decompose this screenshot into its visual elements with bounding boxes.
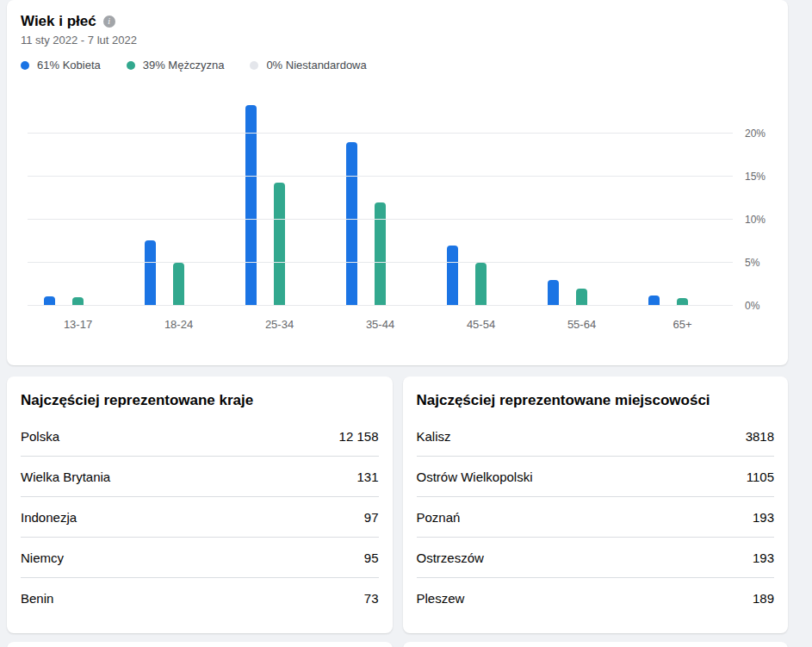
partial-card-left [7,642,393,647]
x-axis-labels: 13-1718-2425-3435-4445-5455-6465+ [28,318,733,331]
city-value: 3818 [746,429,774,444]
bar-kobieta-35-44[interactable] [346,142,357,306]
x-tick-25-34: 25-34 [229,318,330,331]
age-gender-card: Wiek i płeć i 11 sty 2022 - 7 lut 2022 6… [7,0,788,365]
bar-group-45-54 [431,90,531,306]
table-row: Wielka Brytania 131 [21,457,379,497]
next-cards-row [7,642,788,647]
country-label: Wielka Brytania [21,470,110,484]
bar-group-65+ [632,90,733,306]
age-gender-chart: 0%5%10%15%20% [28,90,733,306]
bar-kobieta-18-24[interactable] [145,240,156,306]
table-row: Polska 12 158 [21,416,379,457]
country-value: 97 [364,510,379,525]
country-value: 12 158 [339,429,379,444]
country-value: 73 [364,591,379,606]
gridline-10% [28,219,733,220]
table-row: Poznań 193 [417,497,775,538]
bar-mezczyzna-45-54[interactable] [475,263,487,306]
country-label: Benin [21,591,53,606]
chart-legend: 61% Kobieta 39% Mężczyzna 0% Niestandard… [21,59,774,72]
bar-group-35-44 [330,90,431,306]
x-tick-18-24: 18-24 [128,318,229,331]
bar-mezczyzna-35-44[interactable] [375,202,386,306]
gridline-20% [28,133,733,134]
table-row: Benin 73 [21,578,379,618]
country-label: Indonezja [21,510,77,525]
table-row: Pleszew 189 [417,578,775,618]
table-row: Ostrzeszów 193 [417,538,775,578]
bar-group-18-24 [128,90,229,306]
bar-mezczyzna-55-64[interactable] [576,289,587,306]
age-gender-plot [28,90,733,306]
city-label: Pleszew [417,591,465,606]
table-row: Indonezja 97 [21,497,379,538]
x-tick-65+: 65+ [632,318,733,331]
bar-mezczyzna-25-34[interactable] [274,183,285,306]
countries-card: Najczęściej reprezentowane kraje Polska … [7,376,393,633]
gridline-15% [28,176,733,177]
info-icon[interactable]: i [103,16,115,28]
city-label: Ostrzeszów [417,551,484,565]
bar-kobieta-55-64[interactable] [548,280,559,306]
y-tick-0%: 0% [745,300,759,312]
city-label: Poznań [417,510,461,525]
bar-kobieta-25-34[interactable] [245,105,257,306]
legend-item-mezczyzna: 39% Mężczyzna [127,59,225,72]
table-row: Niemcy 95 [21,538,379,578]
age-gender-title: Wiek i płeć [21,12,96,30]
city-value: 1105 [747,470,774,484]
bar-mezczyzna-18-24[interactable] [173,263,184,306]
x-tick-35-44: 35-44 [330,318,431,331]
legend-label-mezczyzna: 39% Mężczyzna [143,59,225,72]
countries-title: Najczęściej reprezentowane kraje [21,390,379,411]
y-tick-5%: 5% [745,257,759,269]
legend-item-niestandardowa: 0% Niestandardowa [250,59,366,72]
city-label: Kalisz [417,429,451,444]
partial-card-right [403,642,789,647]
cities-card: Najczęściej reprezentowane miejscowości … [403,376,789,633]
audience-insights-page: Wiek i płeć i 11 sty 2022 - 7 lut 2022 6… [0,0,812,647]
bar-group-55-64 [531,90,632,306]
x-tick-13-17: 13-17 [28,318,128,331]
age-gender-card-header: Wiek i płeć i [21,12,774,30]
country-label: Polska [21,429,59,444]
legend-item-kobieta: 61% Kobieta [21,59,101,72]
legend-label-kobieta: 61% Kobieta [37,59,101,72]
cities-title: Najczęściej reprezentowane miejscowości [417,390,775,411]
legend-label-niestandardowa: 0% Niestandardowa [266,59,366,72]
table-row: Ostrów Wielkopolski 1105 [417,457,775,497]
y-tick-10%: 10% [745,214,766,226]
x-tick-55-64: 55-64 [531,318,632,331]
city-value: 193 [753,551,774,565]
city-value: 189 [753,591,774,606]
bar-kobieta-45-54[interactable] [447,246,458,306]
country-value: 131 [356,470,378,484]
city-value: 193 [753,510,774,525]
country-label: Niemcy [21,551,64,565]
mezczyzna-dot-icon [127,61,135,70]
y-tick-20%: 20% [745,128,766,140]
niestandardowa-dot-icon [250,61,258,70]
gridline-5% [28,262,733,263]
gridline-0% [28,305,733,306]
city-label: Ostrów Wielkopolski [417,470,533,484]
kobieta-dot-icon [21,61,29,70]
x-tick-45-54: 45-54 [431,318,531,331]
table-row: Kalisz 3818 [417,416,775,457]
country-value: 95 [364,551,379,565]
date-range: 11 sty 2022 - 7 lut 2022 [21,33,774,47]
bar-group-13-17 [28,90,128,306]
tables-row: Najczęściej reprezentowane kraje Polska … [7,376,788,633]
bar-group-25-34 [229,90,330,306]
y-tick-15%: 15% [745,171,766,183]
